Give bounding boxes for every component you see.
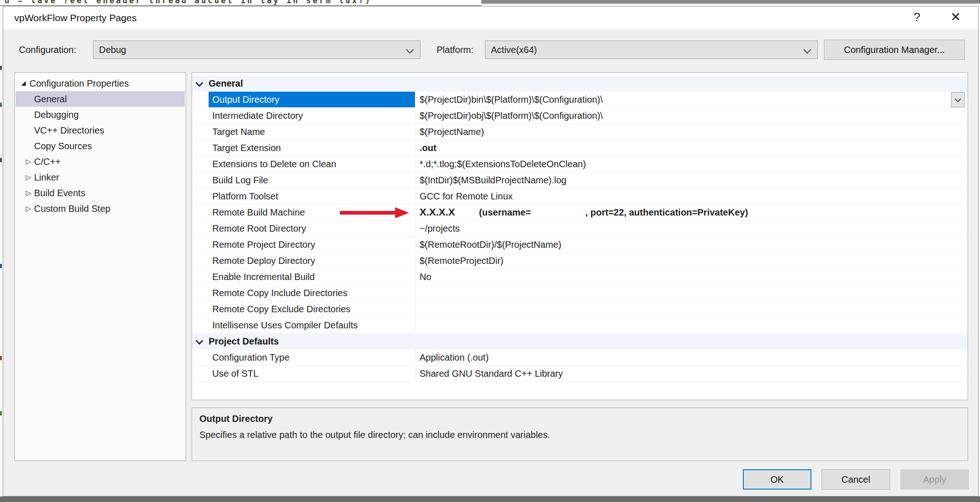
expanded-triangle-icon[interactable] [21,81,26,86]
property-value: $(IntDir)$(MSBuildProjectName).log [415,172,968,188]
group-label: Project Defaults [209,336,279,347]
property-value: $(ProjectDir)obj\$(Platform)\$(Configura… [415,108,968,124]
property-row-use-of-stl[interactable]: Use of STL Shared GNU Standard C++ Libra… [192,366,968,382]
group-label: General [209,78,243,89]
cancel-button[interactable]: Cancel [822,469,890,490]
property-value [415,301,968,317]
tree-item-configuration-properties[interactable]: Configuration Properties [15,76,186,91]
configuration-label: Configuration: [19,29,76,71]
tree-item-label: C/C++ [34,157,61,167]
tree-item-debugging[interactable]: Debugging [15,107,186,123]
property-label: Remote Root Directory [209,221,415,237]
configuration-manager-button[interactable]: Configuration Manager... [824,40,965,60]
collapsed-triangle-icon[interactable]: ▷ [26,158,31,166]
property-label: Remote Deploy Directory [209,253,415,269]
property-row-output-directory[interactable]: Output Directory $(ProjectDir)bin\$(Plat… [192,92,968,108]
chevron-down-icon [406,46,414,54]
property-row-target-name[interactable]: Target Name $(ProjectName) [192,124,968,140]
background-bottom-edge [0,496,980,502]
chevron-down-icon [804,46,811,54]
property-grid: General Output Directory $(ProjectDir)bi… [192,72,968,400]
background-editor-text: d = lave ?eet eneader thread aucuet in l… [5,0,372,5]
platform-dropdown[interactable]: Active(x64) [485,41,818,59]
property-row-intermediate-directory[interactable]: Intermediate Directory $(ProjectDir)obj\… [192,108,968,124]
property-value: GCC for Remote Linux [415,188,968,204]
configuration-value: Debug [99,45,126,55]
description-text: Specifies a relative path to the output … [199,430,960,440]
property-value: No [415,269,968,285]
tree-item-label: Debugging [34,110,79,120]
property-value: Application (.out) [415,350,968,366]
property-value: $(RemoteRootDir)/$(ProjectName) [415,237,968,253]
property-value: $(ProjectDir)bin\$(Platform)\$(Configura… [415,92,968,108]
tree-item-label: General [34,94,67,105]
property-row-remote-deploy-directory[interactable]: Remote Deploy Directory $(RemoteProjectD… [192,253,968,269]
tree-item-label: Build Events [34,188,85,198]
configuration-dropdown[interactable]: Debug [93,41,420,59]
property-label: Configuration Type [209,350,415,366]
property-row-enable-incremental-build[interactable]: Enable Incremental Build No [192,269,968,285]
property-label: Use of STL [209,366,415,382]
ok-button[interactable]: OK [743,469,811,490]
tree-item-general[interactable]: General [16,91,185,107]
property-value [415,285,968,301]
property-row-intellisense-defaults[interactable]: Intellisense Uses Compiler Defaults [192,317,968,333]
configuration-tree: Configuration Properties General Debuggi… [14,72,186,461]
description-panel: Output Directory Specifies a relative pa… [192,408,968,461]
platform-value: Active(x64) [491,45,537,55]
property-row-remote-build-machine[interactable]: Remote Build Machine X.X.X.X (username= … [192,204,968,221]
help-icon[interactable]: ? [906,6,928,29]
close-icon[interactable]: ✕ [945,6,966,29]
property-label: Build Log File [209,172,415,188]
group-header-general[interactable]: General [192,76,968,92]
username-part: (username= [479,207,531,218]
property-label: Remote Copy Include Directories [209,285,415,301]
property-label: Remote Project Directory [209,237,415,253]
chevron-down-icon [196,79,204,87]
property-row-remote-root-directory[interactable]: Remote Root Directory ~/projects [192,221,968,237]
tree-item-custom-build-step[interactable]: ▷ Custom Build Step [15,201,186,216]
platform-label: Platform: [437,29,473,71]
collapsed-triangle-icon[interactable]: ▷ [26,189,31,197]
tree-item-copy-sources[interactable]: Copy Sources [15,138,186,154]
chevron-down-icon [955,95,961,102]
property-pages-dialog: vpWorkFlow Property Pages ? ✕ Configurat… [3,6,979,496]
group-header-project-defaults[interactable]: Project Defaults [192,333,968,350]
tree-item-vc-directories[interactable]: VC++ Directories [15,123,186,138]
port-auth-part: , port=22, authentication=PrivateKey) [585,207,748,218]
property-row-target-extension[interactable]: Target Extension .out [192,140,968,156]
property-value: $(RemoteProjectDir) [415,253,968,269]
tree-item-build-events[interactable]: ▷ Build Events [15,185,186,201]
chevron-down-icon [196,337,204,344]
background-editor-strip: d = lave ?eet eneader thread aucuet in l… [0,0,481,6]
property-row-remote-copy-exclude[interactable]: Remote Copy Exclude Directories [192,301,968,317]
tree-item-label: Custom Build Step [34,204,111,214]
collapsed-triangle-icon[interactable]: ▷ [26,204,31,213]
dialog-title: vpWorkFlow Property Pages [14,6,137,29]
redacted-ip-value: X.X.X.X [420,206,455,218]
tree-item-label: VC++ Directories [34,125,104,136]
property-row-remote-project-directory[interactable]: Remote Project Directory $(RemoteRootDir… [192,237,968,253]
tree-item-linker[interactable]: ▷ Linker [15,169,186,185]
property-label: Extensions to Delete on Clean [209,156,415,172]
property-value: X.X.X.X (username= , port=22, authentica… [415,204,968,221]
property-label: Target Name [209,124,415,140]
apply-button[interactable]: Apply [900,469,969,490]
configuration-bar: Configuration: Debug Platform: Active(x6… [3,29,978,71]
property-row-build-log-file[interactable]: Build Log File $(IntDir)$(MSBuildProject… [192,172,968,188]
property-value: $(ProjectName) [415,124,968,140]
property-value: .out [415,140,968,156]
property-row-remote-copy-include[interactable]: Remote Copy Include Directories [192,285,968,301]
property-row-platform-toolset[interactable]: Platform Toolset GCC for Remote Linux [192,188,968,204]
property-row-extensions-to-delete[interactable]: Extensions to Delete on Clean *.d;*.tlog… [192,156,968,172]
property-row-configuration-type[interactable]: Configuration Type Application (.out) [192,350,968,366]
property-label: Target Extension [209,140,415,156]
property-value: *.d;*.tlog;$(ExtensionsToDeleteOnClean) [415,156,968,172]
property-label: Intermediate Directory [209,108,415,124]
property-value [415,317,968,333]
tree-item-c-cpp[interactable]: ▷ C/C++ [15,154,186,169]
value-dropdown-button[interactable] [951,92,965,107]
property-label: Enable Incremental Build [209,269,415,285]
collapsed-triangle-icon[interactable]: ▷ [26,173,31,181]
dialog-titlebar[interactable]: vpWorkFlow Property Pages ? ✕ [3,6,978,29]
